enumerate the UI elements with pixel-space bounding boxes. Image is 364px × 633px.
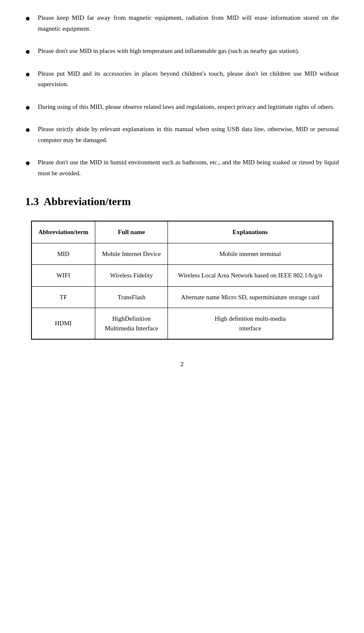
table-row: HDMI HighDefinitionMultimedia Interface … [31, 308, 333, 340]
bullet-3: ● Please put MID and its accessories in … [25, 69, 339, 90]
page-number: 2 [25, 361, 339, 368]
cell-full-wifi: Wireless Fidelity [95, 265, 168, 287]
bullet-2: ● Please don't use MID in places with hi… [25, 46, 339, 57]
bullet-text-1: Please keep MID far away from magnetic e… [38, 13, 339, 34]
cell-abbr-wifi: WIFI [31, 265, 95, 287]
bullet-dot-5: ● [25, 125, 30, 135]
cell-exp-hdmi: High definition multi-mediainterface [168, 308, 333, 340]
bullet-6: ● Please don't use the MID in humid envi… [25, 157, 339, 179]
bullet-dot-4: ● [25, 103, 30, 112]
cell-full-tf: TransFlash [95, 286, 168, 308]
cell-full-mid: Mobile Internet Device [95, 243, 168, 265]
table-row: TF TransFlash Alternate name Micro SD, s… [31, 286, 333, 308]
bullet-text-4: During using of this MID, please observe… [38, 102, 339, 113]
cell-exp-mid: Mobile internet terminal [168, 243, 333, 265]
bullet-dot-1: ● [25, 13, 30, 23]
cell-exp-tf: Alternate name Micro SD, superminiature … [168, 286, 333, 308]
table-row: WIFI Wireless Fidelity Wireless Local Ar… [31, 265, 333, 287]
bullet-text-2: Please don't use MID in places with high… [38, 46, 339, 57]
bullet-text-5: Please strictly abide by relevant explan… [38, 124, 339, 145]
header-explanations: Explanations [168, 221, 333, 243]
bullet-5: ● Please strictly abide by relevant expl… [25, 124, 339, 145]
cell-exp-wifi: Wireless Local Area Network based on IEE… [168, 265, 333, 287]
bullet-dot-3: ● [25, 69, 30, 79]
table-row: MID Mobile Internet Device Mobile intern… [31, 243, 333, 265]
bullet-dot-2: ● [25, 47, 30, 56]
bullet-text-3: Please put MID and its accessories in pl… [38, 69, 339, 90]
header-full-name: Full name [95, 221, 168, 243]
section-heading: 1.3 Abbreviation/term [25, 195, 339, 208]
table-header-row: Abbreviation/term Full name Explanations [31, 221, 333, 243]
abbreviation-table-container: Abbreviation/term Full name Explanations… [31, 221, 333, 340]
cell-full-hdmi: HighDefinitionMultimedia Interface [95, 308, 168, 340]
abbreviation-table: Abbreviation/term Full name Explanations… [31, 221, 333, 340]
bullet-dot-6: ● [25, 158, 30, 168]
cell-abbr-tf: TF [31, 286, 95, 308]
cell-abbr-hdmi: HDMI [31, 308, 95, 340]
bullet-text-6: Please don't use the MID in humid enviro… [38, 157, 339, 179]
bullet-4: ● During using of this MID, please obser… [25, 102, 339, 113]
bullet-1: ● Please keep MID far away from magnetic… [25, 13, 339, 34]
header-abbr: Abbreviation/term [31, 221, 95, 243]
cell-abbr-mid: MID [31, 243, 95, 265]
